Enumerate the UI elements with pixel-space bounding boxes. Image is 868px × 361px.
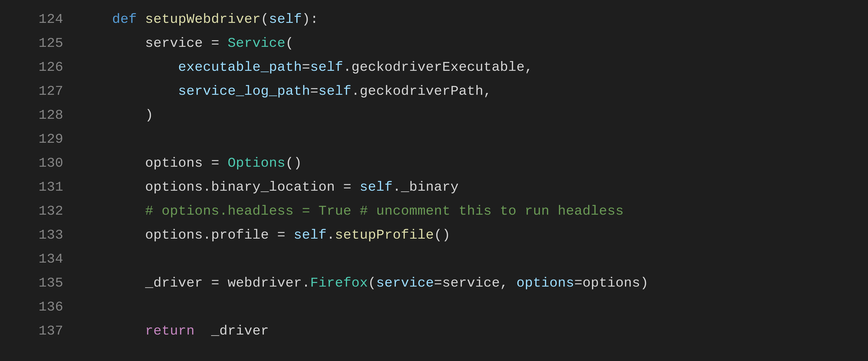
token: self (318, 84, 351, 99)
line-number: 127 (0, 79, 79, 103)
token: _driver (195, 323, 269, 339)
token: webdriver. (228, 275, 310, 291)
code-line[interactable]: 137 return _driver (0, 319, 868, 343)
token: .geckodriverPath, (351, 84, 492, 99)
code-line[interactable]: 132 # options.headless = True # uncommen… (0, 199, 868, 223)
token: Options (228, 155, 285, 171)
line-number: 130 (0, 151, 79, 175)
code-line[interactable]: 131 options.binary_location = self._bina… (0, 175, 868, 199)
token: def (112, 11, 145, 27)
token: ( (285, 35, 294, 51)
line-number: 131 (0, 175, 79, 199)
code-line[interactable]: 136 (0, 295, 868, 319)
token: = (211, 35, 228, 51)
token: return (145, 323, 195, 339)
code-line[interactable]: 126 executable_path=self.geckodriverExec… (0, 55, 868, 79)
code-content[interactable]: options.binary_location = self._binary (79, 175, 868, 199)
code-content[interactable]: return _driver (79, 319, 868, 343)
token: service_log_path (178, 84, 310, 99)
code-line[interactable]: 134 (0, 247, 868, 271)
token: setupWebdriver (145, 11, 260, 27)
code-content[interactable]: ) (79, 103, 868, 127)
line-number: 137 (0, 319, 79, 343)
code-line[interactable]: 124 def setupWebdriver(self): (0, 7, 868, 31)
code-content[interactable] (79, 127, 868, 151)
code-content[interactable]: # options.headless = True # uncomment th… (79, 199, 868, 223)
token: . (327, 227, 335, 243)
token: ( (368, 275, 376, 291)
code-content[interactable] (79, 247, 868, 271)
token: self (269, 11, 302, 27)
token: self (310, 59, 343, 75)
token: ( (260, 11, 269, 27)
code-line[interactable]: 128 ) (0, 103, 868, 127)
code-line[interactable]: 125 service = Service( (0, 31, 868, 55)
token: = (277, 227, 293, 243)
token: ) (640, 275, 649, 291)
code-content[interactable]: _driver = webdriver.Firefox(service=serv… (79, 271, 868, 295)
line-number: 125 (0, 31, 79, 55)
token: ): (302, 11, 318, 27)
token: = (343, 179, 360, 195)
line-number: 124 (0, 7, 79, 31)
token: = (211, 155, 228, 171)
token: = (310, 84, 318, 99)
token: ._binary (393, 179, 459, 195)
token: options.binary_location (145, 179, 343, 195)
line-number: 135 (0, 271, 79, 295)
token: # options.headless = True # uncomment th… (145, 203, 624, 219)
code-content[interactable] (79, 295, 868, 319)
code-editor[interactable]: 124 def setupWebdriver(self):125 service… (0, 0, 868, 350)
code-line[interactable]: 130 options = Options() (0, 151, 868, 175)
token: Service (228, 35, 285, 51)
token: self (293, 227, 327, 243)
code-content[interactable]: def setupWebdriver(self): (79, 7, 868, 31)
token: = (302, 59, 310, 75)
line-number: 134 (0, 247, 79, 271)
token: options (145, 155, 211, 171)
token: self (360, 179, 393, 195)
code-line[interactable]: 135 _driver = webdriver.Firefox(service=… (0, 271, 868, 295)
token: setupProfile (335, 227, 434, 243)
token: ) (145, 108, 153, 123)
token: .geckodriverExecutable, (343, 59, 533, 75)
token: executable_path (178, 59, 302, 75)
line-number: 129 (0, 127, 79, 151)
code-content[interactable]: service_log_path=self.geckodriverPath, (79, 79, 868, 103)
token: =options (574, 275, 640, 291)
code-line[interactable]: 127 service_log_path=self.geckodriverPat… (0, 79, 868, 103)
code-content[interactable]: options = Options() (79, 151, 868, 175)
code-content[interactable]: options.profile = self.setupProfile() (79, 223, 868, 247)
line-number: 133 (0, 223, 79, 247)
code-content[interactable]: executable_path=self.geckodriverExecutab… (79, 55, 868, 79)
token: Firefox (310, 275, 368, 291)
token: options.profile (145, 227, 277, 243)
line-number: 136 (0, 295, 79, 319)
token: _driver (145, 275, 211, 291)
token: service (376, 275, 434, 291)
token: () (434, 227, 451, 243)
token: options (517, 275, 575, 291)
token: service (145, 35, 211, 51)
code-line[interactable]: 129 (0, 127, 868, 151)
code-content[interactable]: service = Service( (79, 31, 868, 55)
code-line[interactable]: 133 options.profile = self.setupProfile(… (0, 223, 868, 247)
token: = (211, 275, 228, 291)
token: () (285, 155, 302, 171)
line-number: 128 (0, 103, 79, 127)
token: =service, (434, 275, 517, 291)
line-number: 126 (0, 55, 79, 79)
line-number: 132 (0, 199, 79, 223)
